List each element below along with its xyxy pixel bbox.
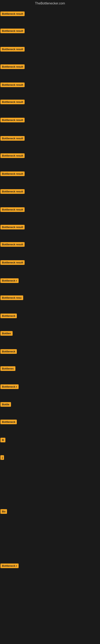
bottleneck-item[interactable]: Bottlen	[0, 331, 13, 336]
bottleneck-badge: Bo	[0, 509, 7, 514]
bottleneck-badge: Bottle	[0, 402, 11, 407]
bottleneck-item[interactable]: Bottle	[0, 402, 11, 408]
bottleneck-badge: B	[0, 438, 5, 442]
bottleneck-item[interactable]: Bottleneck result	[0, 242, 25, 248]
bottleneck-item[interactable]: |	[0, 455, 4, 461]
bottleneck-badge: |	[0, 455, 4, 460]
bottleneck-badge: Bottleneck r	[0, 278, 19, 283]
bottleneck-item[interactable]: Bottleneck result	[0, 189, 25, 194]
bottleneck-badge: Bottleneck	[0, 349, 17, 354]
bottleneck-item[interactable]: Bottleneck result	[0, 172, 25, 177]
bottleneck-badge: Bottleneck result	[0, 118, 25, 122]
bottleneck-item[interactable]: Bottleneck	[0, 314, 17, 319]
bottleneck-badge: Bottleneck result	[0, 189, 25, 194]
bottleneck-item[interactable]: Bottleneck	[0, 420, 17, 425]
bottleneck-item[interactable]: Bottleneck resu	[0, 296, 23, 301]
bottleneck-badge: Bottleneck resu	[0, 296, 23, 300]
bottleneck-item[interactable]: Bottleneck result	[0, 153, 25, 159]
site-title: TheBottlenecker.com	[0, 0, 100, 7]
bottleneck-badge: Bottleneck result	[0, 260, 25, 265]
bottleneck-item[interactable]: Bottleneck result	[0, 118, 25, 123]
bottleneck-item[interactable]: Bo	[0, 509, 7, 514]
bottleneck-badge: Bottleneck result	[0, 153, 25, 158]
bottleneck-badge: Bottlen	[0, 331, 13, 336]
bottleneck-badge: Bottleneck result	[0, 242, 25, 247]
bottleneck-item[interactable]: Bottleneck result	[0, 225, 25, 230]
bottleneck-item[interactable]: Bottleneck result	[0, 12, 25, 17]
bottleneck-item[interactable]: Bottlenec	[0, 366, 15, 372]
bottleneck-item[interactable]: Bottleneck result	[0, 28, 25, 34]
bottleneck-badge: Bottleneck	[0, 420, 17, 424]
bottleneck-badge: Bottleneck result	[0, 207, 25, 212]
bottleneck-item[interactable]: Bottleneck result	[0, 100, 25, 105]
bottleneck-item[interactable]: Bottleneck result	[0, 136, 25, 142]
bottleneck-item[interactable]: Bottleneck r	[0, 564, 19, 569]
bottleneck-badge: Bottleneck result	[0, 225, 25, 230]
bottleneck-badge: Bottleneck result	[0, 12, 25, 16]
bottleneck-badge: Bottleneck	[0, 314, 17, 318]
bottleneck-badge: Bottleneck result	[0, 64, 25, 69]
bottleneck-badge: Bottleneck result	[0, 47, 25, 52]
bottleneck-badge: Bottleneck result	[0, 136, 25, 141]
bottleneck-item[interactable]: Bottleneck r	[0, 384, 19, 390]
bottleneck-badge: Bottleneck r	[0, 564, 19, 568]
bottleneck-item[interactable]: Bottleneck result	[0, 47, 25, 52]
bottleneck-badge: Bottleneck r	[0, 384, 19, 389]
bottleneck-item[interactable]: Bottleneck result	[0, 82, 25, 88]
bottleneck-item[interactable]: Bottleneck result	[0, 260, 25, 266]
bottleneck-badge: Bottleneck result	[0, 172, 25, 176]
bottleneck-item[interactable]: Bottleneck r	[0, 278, 19, 284]
bottleneck-badge: Bottleneck result	[0, 82, 25, 87]
bottleneck-badge: Bottleneck result	[0, 100, 25, 104]
bottleneck-item[interactable]: Bottleneck	[0, 349, 17, 354]
bottleneck-item[interactable]: B	[0, 438, 5, 443]
bottleneck-item[interactable]: Bottleneck result	[0, 207, 25, 213]
bottleneck-item[interactable]: Bottleneck result	[0, 64, 25, 70]
bottleneck-badge: Bottleneck result	[0, 28, 25, 33]
bottleneck-badge: Bottlenec	[0, 366, 15, 371]
